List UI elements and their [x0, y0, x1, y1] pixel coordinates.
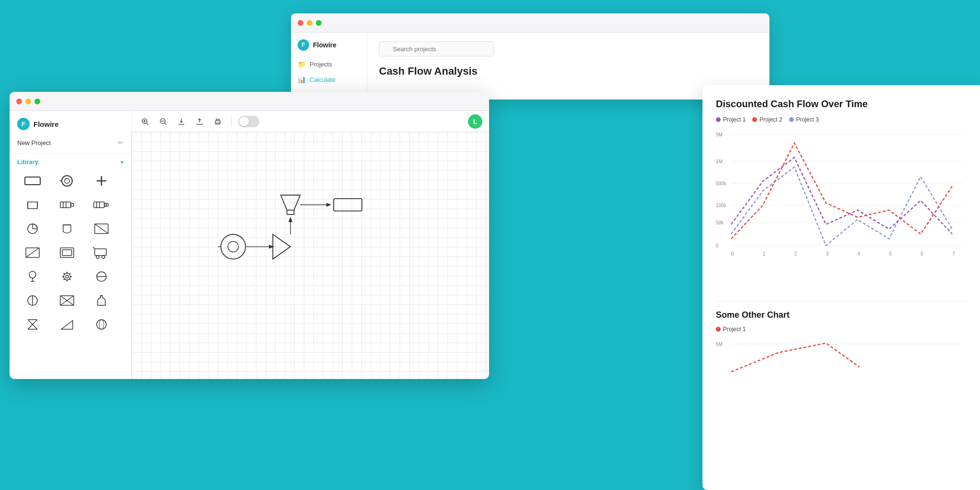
shape-rect[interactable] [20, 170, 45, 191]
back-window-body: F Flowire 📁 Projects 📊 Calculate 🔍 Cash … [291, 33, 769, 100]
svg-line-64 [69, 279, 70, 280]
svg-point-80 [97, 320, 106, 329]
folder-icon: 📁 [298, 60, 306, 68]
svg-text:1: 1 [763, 251, 766, 256]
shape-frame[interactable] [55, 242, 79, 263]
back-sidebar: F Flowire 📁 Projects 📊 Calculate [291, 33, 368, 100]
edit-icon[interactable]: ✏ [118, 139, 123, 146]
chart-legend2: Project 1 [716, 326, 967, 333]
chevron-down-icon[interactable]: ▾ [121, 159, 123, 166]
project2-line [731, 143, 952, 239]
shape-triangle[interactable] [55, 314, 79, 335]
back-logo: F Flowire [291, 39, 367, 56]
svg-point-56 [29, 271, 36, 278]
chart-title: Discounted Cash Flow Over Time [716, 99, 967, 110]
svg-rect-91 [216, 122, 219, 124]
print-button[interactable] [211, 115, 224, 128]
project3-line [731, 167, 952, 245]
toolbar-toggle[interactable] [238, 116, 259, 127]
chart-icon: 📊 [298, 76, 306, 83]
svg-rect-22 [25, 177, 40, 185]
svg-rect-49 [62, 250, 72, 256]
shape-diagonal-box[interactable] [89, 218, 114, 239]
chart-title2: Some Other Chart [716, 310, 967, 320]
shape-circle-split[interactable] [20, 290, 45, 311]
legend-item-1: Project 1 [716, 116, 746, 123]
svg-line-83 [146, 123, 148, 125]
toggle-knob [239, 117, 249, 126]
upload-button[interactable] [193, 115, 206, 128]
project-name: New Project [17, 139, 51, 146]
svg-line-47 [26, 248, 39, 257]
search-input[interactable] [379, 41, 494, 56]
svg-point-93 [228, 242, 238, 252]
back-nav-calculate[interactable]: 📊 Calculate [291, 72, 367, 87]
zoom-out-button[interactable] [156, 115, 170, 128]
canvas-filter[interactable] [281, 195, 301, 215]
canvas-rect[interactable] [334, 199, 362, 211]
legend-label-1: Project 1 [723, 116, 746, 123]
svg-point-24 [65, 178, 69, 183]
shape-cup[interactable] [55, 218, 79, 239]
front-window: F Flowire New Project ✏ Library ▾ [10, 92, 489, 379]
shape-gear[interactable] [55, 266, 79, 287]
front-dot-green[interactable] [34, 99, 40, 104]
svg-text:100k: 100k [716, 203, 727, 208]
legend2-item-1: Project 1 [716, 326, 746, 333]
front-titlebar [10, 92, 489, 111]
svg-marker-95 [273, 234, 290, 259]
back-nav-projects[interactable]: 📁 Projects [291, 56, 367, 72]
dot-green[interactable] [316, 20, 322, 26]
dot-yellow[interactable] [307, 20, 312, 26]
user-avatar: L [468, 114, 482, 129]
shape-hourglass[interactable] [20, 314, 45, 335]
shape-plus[interactable] [89, 170, 114, 191]
shape-battery[interactable] [55, 194, 79, 215]
front-toolbar: L [132, 111, 489, 132]
shape-cart[interactable] [89, 242, 114, 263]
shape-battery2[interactable] [89, 194, 114, 215]
library-label: Library [17, 158, 38, 166]
sidebar-header: F Flowire New Project ✏ [10, 111, 131, 153]
toolbar-right: L [468, 114, 482, 129]
svg-text:3: 3 [826, 251, 829, 256]
dot-red[interactable] [298, 20, 303, 26]
svg-line-66 [64, 279, 65, 280]
back-nav-projects-label: Projects [310, 61, 332, 68]
front-canvas[interactable] [132, 132, 489, 379]
shape-cylinder[interactable] [20, 194, 45, 215]
front-dot-yellow[interactable] [25, 99, 31, 104]
chart2-svg-area: 5M [716, 338, 967, 379]
svg-rect-31 [60, 202, 71, 208]
svg-rect-32 [71, 203, 74, 206]
svg-point-57 [64, 273, 70, 280]
shape-motor[interactable] [55, 170, 79, 191]
shape-diamond-cut[interactable] [55, 290, 79, 311]
project-row: New Project ✏ [17, 136, 123, 149]
svg-rect-35 [94, 202, 104, 208]
svg-text:6: 6 [921, 251, 924, 256]
shape-lamp[interactable] [20, 266, 45, 287]
svg-text:2: 2 [794, 251, 797, 256]
shape-bottle[interactable] [89, 290, 114, 311]
front-body: F Flowire New Project ✏ Library ▾ [10, 111, 489, 379]
front-dot-red[interactable] [16, 99, 22, 104]
shape-half-circle[interactable] [89, 266, 114, 287]
front-sidebar: F Flowire New Project ✏ Library ▾ [10, 111, 132, 379]
zoom-in-button[interactable] [138, 115, 152, 128]
shape-sphere[interactable] [89, 314, 114, 335]
svg-point-51 [96, 256, 99, 258]
library-header: Library ▾ [17, 158, 123, 166]
shape-diag2[interactable] [20, 242, 45, 263]
canvas-amplifier[interactable] [273, 234, 290, 259]
legend-dot-2 [752, 117, 757, 122]
shape-pie[interactable] [20, 218, 45, 239]
back-window: F Flowire 📁 Projects 📊 Calculate 🔍 Cash … [291, 13, 769, 100]
download-button[interactable] [175, 115, 188, 128]
chart-legend: Project 1 Project 2 Project 3 [716, 116, 967, 123]
front-logo: F Flowire [17, 118, 123, 130]
canvas-motor[interactable] [218, 234, 245, 259]
svg-line-63 [64, 273, 65, 274]
svg-line-53 [93, 247, 95, 249]
back-logo-icon: F [298, 39, 309, 51]
